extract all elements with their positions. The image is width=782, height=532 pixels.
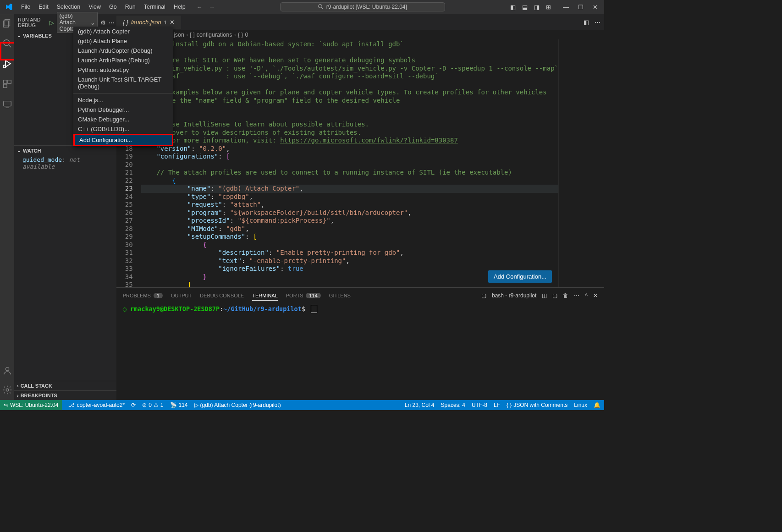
layout-left-icon[interactable]: ◧: [510, 4, 516, 11]
watch-item[interactable]: guided_mode: not available: [14, 155, 116, 171]
svg-point-14: [6, 389, 9, 391]
gear-icon[interactable]: ⚙: [100, 19, 106, 26]
chevron-right-icon: ›: [17, 383, 19, 389]
code-editor[interactable]: // To install gdb on a Debian-based syst…: [141, 39, 558, 287]
dropdown-item[interactable]: Node.js...: [73, 95, 173, 105]
close-panel-icon[interactable]: ✕: [593, 292, 598, 299]
svg-line-1: [321, 8, 323, 9]
panel-tab-problems[interactable]: PROBLEMS1: [123, 291, 163, 300]
status-language[interactable]: { }JSON with Comments: [507, 402, 567, 408]
dropdown-add-configuration[interactable]: Add Configuration...: [73, 134, 173, 146]
dropdown-item[interactable]: C++ (GDB/LLDB)...: [73, 124, 173, 134]
activitybar: [0, 14, 14, 400]
command-center-text: r9-ardupilot [WSL: Ubuntu-22.04]: [326, 4, 407, 10]
more-actions-icon[interactable]: ⋯: [595, 19, 600, 26]
kill-terminal-icon[interactable]: 🗑: [563, 292, 568, 299]
panel-tab-ports[interactable]: PORTS114: [286, 291, 321, 300]
maximize-panel-icon[interactable]: ^: [585, 292, 588, 299]
menu-run[interactable]: Run: [121, 2, 139, 11]
layout-right-icon[interactable]: ◨: [534, 4, 540, 11]
section-callstack[interactable]: › CALL STACK: [14, 381, 116, 390]
tab-close-icon[interactable]: ✕: [170, 19, 175, 26]
minimize-icon[interactable]: —: [563, 4, 569, 11]
more-icon[interactable]: ⋯: [109, 19, 115, 26]
split-terminal-icon[interactable]: ◫: [542, 292, 547, 299]
editor-tabs: { } launch.json 1 ✕ ◧ ⋯: [116, 14, 604, 30]
remote-indicator[interactable]: ⇋ WSL: Ubuntu-22.04: [0, 400, 62, 410]
sidebar-title: RUN AND DEBUG: [18, 17, 50, 28]
account-icon[interactable]: [2, 365, 13, 376]
menu-view[interactable]: View: [85, 2, 105, 11]
extensions-icon[interactable]: [2, 78, 13, 89]
section-watch[interactable]: ⌄ WATCH: [14, 145, 116, 155]
terminal-shell-icon[interactable]: ▢: [481, 292, 486, 299]
new-terminal-icon[interactable]: ▢: [552, 292, 557, 299]
panel-tab-gitlens[interactable]: GITLENS: [329, 291, 351, 300]
status-spaces[interactable]: Spaces: 4: [441, 402, 465, 408]
menu-file[interactable]: File: [17, 2, 34, 11]
dropdown-item[interactable]: Python Debugger...: [73, 105, 173, 115]
sync-icon: ⟳: [131, 402, 136, 408]
dropdown-item[interactable]: Launch ArduCopter (Debug): [73, 46, 173, 55]
nav-forward-icon[interactable]: →: [209, 4, 215, 11]
panel-tab-terminal[interactable]: TERMINAL: [252, 291, 278, 301]
status-ports[interactable]: 📡 114: [170, 402, 188, 408]
status-branch[interactable]: ⎇ copter-avoid-auto2*: [68, 402, 125, 408]
menu-go[interactable]: Go: [105, 2, 121, 11]
breadcrumb[interactable]: .vscode › { } launch.json › [ ] configur…: [116, 30, 604, 39]
svg-rect-9: [7, 80, 11, 83]
dropdown-item[interactable]: CMake Debugger...: [73, 115, 173, 124]
close-icon[interactable]: ✕: [593, 4, 598, 11]
chevron-down-icon: ⌄: [90, 19, 95, 26]
dropdown-item[interactable]: Python: autotest.py: [73, 65, 173, 75]
status-sync[interactable]: ⟳: [131, 402, 136, 408]
section-breakpoints[interactable]: › BREAKPOINTS: [14, 390, 116, 400]
layout-grid-icon[interactable]: ⊞: [546, 4, 551, 11]
menu-selection[interactable]: Selection: [53, 2, 84, 11]
dropdown-item[interactable]: Launch Unit Test SITL TARGET (Debug): [73, 75, 173, 91]
menu-help[interactable]: Help: [170, 2, 189, 11]
add-configuration-button[interactable]: Add Configuration...: [488, 270, 552, 283]
dropdown-item[interactable]: (gdb) Attach Plane: [73, 36, 173, 46]
status-position[interactable]: Ln 23, Col 4: [405, 402, 435, 408]
panel-tab-debug-console[interactable]: DEBUG CONSOLE: [200, 291, 244, 300]
nav-back-icon[interactable]: ←: [197, 4, 203, 11]
debug-config-dropdown: (gdb) Attach Copter(gdb) Attach PlaneLau…: [73, 27, 173, 146]
status-problems[interactable]: ⊘0 ⚠1: [142, 402, 163, 408]
terminal-shell-label[interactable]: bash - r9-ardupilot: [492, 292, 536, 299]
layout-bottom-icon[interactable]: ⬓: [522, 4, 528, 11]
status-eol[interactable]: LF: [494, 402, 500, 408]
svg-rect-10: [3, 84, 6, 88]
split-editor-icon[interactable]: ◧: [584, 19, 589, 26]
terminal[interactable]: ○ rmackay9@DESKTOP-2ESD87P:~/GitHub/r9-a…: [116, 303, 604, 400]
vscode-logo-icon: [5, 3, 13, 11]
chevron-down-icon: ⌄: [17, 33, 21, 38]
menubar: File Edit Selection View Go Run Terminal…: [17, 2, 189, 11]
menu-edit[interactable]: Edit: [35, 2, 52, 11]
explorer-icon[interactable]: [2, 18, 13, 29]
remote-icon: ⇋: [4, 402, 8, 408]
status-encoding[interactable]: UTF-8: [472, 402, 487, 408]
run-debug-icon[interactable]: [2, 58, 13, 69]
warning-icon: ⚠: [154, 402, 159, 408]
status-debug-target[interactable]: ▷ (gdb) Attach Copter (r9-ardupilot): [194, 402, 281, 408]
maximize-icon[interactable]: ☐: [578, 4, 584, 11]
start-debug-icon[interactable]: ▷: [50, 19, 54, 26]
minimap[interactable]: [558, 39, 604, 287]
panel-tab-output[interactable]: OUTPUT: [171, 291, 192, 300]
chevron-down-icon: ⌄: [17, 148, 21, 154]
remote-explorer-icon[interactable]: [2, 99, 13, 110]
dropdown-item[interactable]: Launch ArduPlane (Debug): [73, 55, 173, 65]
settings-gear-icon[interactable]: [2, 384, 13, 395]
command-center[interactable]: r9-ardupilot [WSL: Ubuntu-22.04]: [280, 2, 445, 11]
svg-rect-11: [3, 101, 11, 106]
status-os[interactable]: Linux: [574, 402, 587, 408]
notifications-icon[interactable]: 🔔: [594, 402, 600, 408]
more-icon[interactable]: ⋯: [574, 292, 579, 299]
svg-line-5: [8, 45, 11, 48]
search-icon[interactable]: [2, 38, 13, 49]
dropdown-item[interactable]: (gdb) Attach Copter: [73, 27, 173, 36]
bottom-panel: PROBLEMS1OUTPUTDEBUG CONSOLETERMINALPORT…: [116, 287, 604, 400]
branch-icon: ⎇: [68, 402, 75, 408]
menu-terminal[interactable]: Terminal: [140, 2, 169, 11]
